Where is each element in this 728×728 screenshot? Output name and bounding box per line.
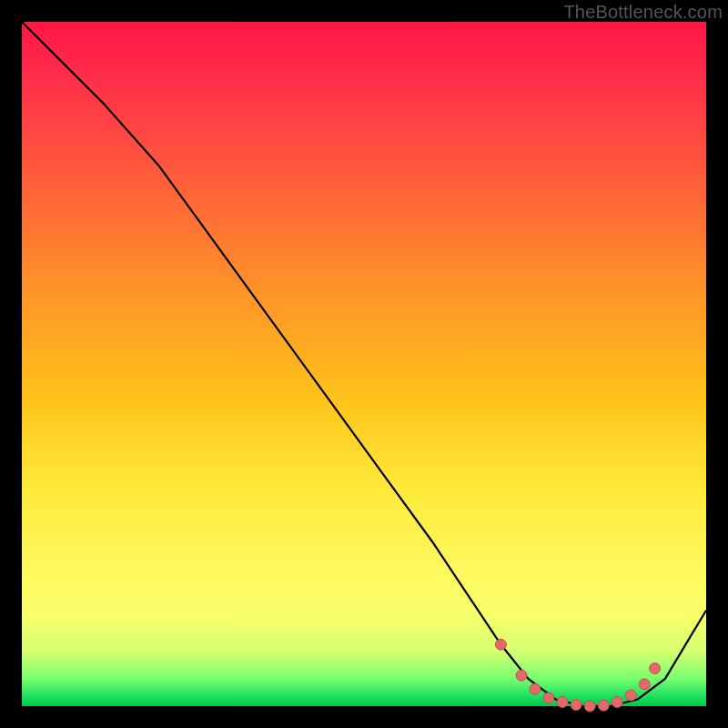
curve-marker — [612, 697, 622, 708]
curve-marker — [598, 700, 609, 711]
curve-marker — [516, 670, 527, 681]
watermark-text: TheBottleneck.com — [563, 2, 723, 23]
curve-line — [22, 22, 706, 706]
curve-marker — [530, 683, 541, 694]
curve-marker — [495, 639, 506, 650]
curve-marker — [650, 663, 661, 674]
chart-frame: TheBottleneck.com — [0, 0, 728, 728]
curve-marker — [584, 701, 595, 712]
curve-marker — [625, 690, 636, 701]
curve-marker — [639, 679, 650, 690]
bottleneck-curve — [22, 22, 706, 706]
curve-marker — [543, 693, 554, 703]
plot-area — [22, 22, 706, 706]
curve-marker — [557, 697, 568, 708]
curve-marker — [571, 700, 581, 711]
